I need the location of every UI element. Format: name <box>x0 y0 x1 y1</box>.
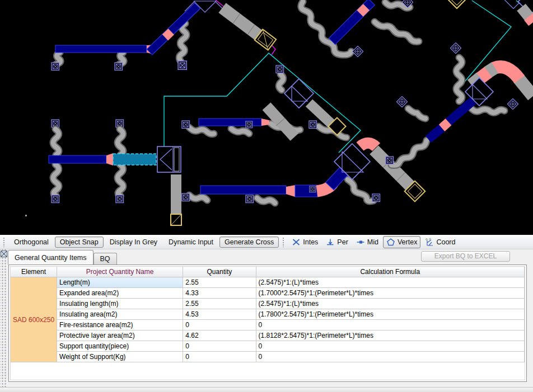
quantity-table-frame: Element Project Quantity Name Quantity C… <box>8 265 527 382</box>
object-snap-toggle[interactable]: Object Snap <box>55 237 104 248</box>
formula-cell[interactable]: 0 <box>256 341 524 352</box>
diffuser[interactable] <box>52 63 59 70</box>
orthogonal-toggle[interactable]: Orthogonal <box>9 237 54 248</box>
quantity-table: Element Project Quantity Name Quantity C… <box>10 266 525 362</box>
perpendicular-icon <box>326 238 335 247</box>
formula-cell[interactable]: (1.7800*2.5475)*1:(Perimeter*L)*times <box>256 309 524 320</box>
diffuser[interactable] <box>246 195 254 203</box>
diffuser[interactable] <box>372 194 380 202</box>
coordinate-icon <box>425 238 434 247</box>
tab-bq[interactable]: BQ <box>93 253 117 265</box>
formula-cell[interactable]: (1.7000*2.5475)*1:(Perimeter*L)*times <box>256 288 524 299</box>
dynamic-input-toggle[interactable]: Dynamic Input <box>163 237 218 248</box>
cad-canvas[interactable] <box>0 0 533 235</box>
qty-cell[interactable]: 4.62 <box>183 330 256 341</box>
snap-perpendicular-toggle[interactable]: Per <box>322 236 351 248</box>
midpoint-icon <box>356 238 365 247</box>
qty-cell[interactable]: 4.53 <box>183 309 256 320</box>
column-header-element[interactable]: Element <box>11 267 57 277</box>
diffuser[interactable] <box>115 63 123 70</box>
riser-duct[interactable] <box>171 174 181 214</box>
qty-cell[interactable]: 0 <box>183 341 256 352</box>
riser-end-cap[interactable] <box>171 214 181 225</box>
snap-coordinate-toggle[interactable]: Coord <box>422 236 459 248</box>
table-header-row: Element Project Quantity Name Quantity C… <box>11 267 525 277</box>
diffuser[interactable] <box>52 195 59 203</box>
vertex-icon <box>386 238 395 247</box>
column-header-calculation-formula[interactable]: Calculation Formula <box>256 267 524 277</box>
quantity-panel: General Quantity Items BQ Export BQ to E… <box>0 249 533 387</box>
name-cell[interactable]: Support quantity(piece) <box>57 341 183 352</box>
panel-resize-grip[interactable] <box>0 249 7 387</box>
name-cell[interactable]: Expanded area(m2) <box>57 288 183 299</box>
diffuser[interactable] <box>182 193 190 201</box>
snap-label: Intes <box>303 238 318 246</box>
name-cell[interactable]: Fire-resistance area(m2) <box>57 320 183 330</box>
snap-label: Vertex <box>398 238 417 246</box>
display-in-grey-toggle[interactable]: Display In Grey <box>105 237 162 248</box>
name-cell[interactable]: Length(m) <box>57 277 183 288</box>
formula-cell[interactable]: (1.8128*2.5475)*1:(Perimeter*L)*times <box>256 330 524 341</box>
toolbar-grip[interactable] <box>3 237 6 247</box>
diffuser[interactable] <box>182 121 190 129</box>
diffuser[interactable] <box>386 157 394 164</box>
table-row[interactable]: Insulating area(m2)4.53(1.7800*2.5475)*1… <box>11 309 525 320</box>
table-row[interactable]: Protective layer area(m2)4.62(1.8128*2.5… <box>11 330 525 341</box>
tab-general-quantity-items[interactable]: General Quantity Items <box>8 250 93 265</box>
tab-label: BQ <box>100 255 110 263</box>
table-row[interactable]: Expanded area(m2)4.33(1.7000*2.5475)*1:(… <box>11 288 525 299</box>
snap-toolbar: Orthogonal Object Snap Display In Grey D… <box>0 235 533 249</box>
panel-tabs: General Quantity Items BQ <box>8 249 117 265</box>
diffuser[interactable] <box>276 65 284 73</box>
intersection-icon <box>292 238 301 247</box>
toolbar-grip[interactable] <box>282 237 285 247</box>
cad-application-window: Orthogonal Object Snap Display In Grey D… <box>0 0 533 392</box>
snap-label: Per <box>337 238 348 246</box>
diffuser[interactable] <box>310 186 316 192</box>
qty-cell[interactable]: 0 <box>183 320 256 330</box>
export-bq-to-excel-button[interactable]: Export BQ to EXCEL <box>421 251 510 262</box>
qty-cell[interactable]: 2.55 <box>183 277 256 288</box>
generate-cross-button[interactable]: Generate Cross <box>219 237 279 248</box>
qty-cell[interactable]: 0 <box>183 352 256 362</box>
ductwork-drawing[interactable] <box>0 0 533 235</box>
qty-cell[interactable]: 2.55 <box>183 299 256 309</box>
table-row[interactable]: Support quantity(piece)00 <box>11 341 525 352</box>
name-cell[interactable]: Protective layer area(m2) <box>57 330 183 341</box>
ahu-unit[interactable] <box>157 147 181 172</box>
selected-duct-sad-600x250[interactable] <box>113 154 156 165</box>
formula-cell[interactable]: 0 <box>256 320 524 330</box>
column-header-quantity[interactable]: Quantity <box>183 267 256 277</box>
tab-label: General Quantity Items <box>15 254 87 262</box>
diffuser[interactable] <box>116 195 124 203</box>
name-cell[interactable]: Insulating area(m2) <box>57 309 183 320</box>
status-bar <box>0 387 533 392</box>
panel-dock-icon[interactable] <box>1 251 7 257</box>
snap-intersection-toggle[interactable]: Intes <box>288 236 321 248</box>
element-cell[interactable]: SAD 600x250 <box>11 277 57 362</box>
name-cell[interactable]: Insulating length(m) <box>57 299 183 309</box>
cursor-pixel <box>25 215 27 216</box>
snap-label: Coord <box>436 238 455 246</box>
diffuser[interactable] <box>309 121 317 129</box>
quantity-table-body: SAD 600x250Length(m)2.55(2.5475)*1:(L)*t… <box>11 277 525 362</box>
table-row[interactable]: Fire-resistance area(m2)00 <box>11 320 525 330</box>
formula-cell[interactable]: (2.5475)*1:(L)*times <box>256 277 524 288</box>
snap-label: Mid <box>367 238 378 246</box>
table-row[interactable]: Weight of Support(Kg)00 <box>11 352 525 362</box>
column-header-project-quantity-name[interactable]: Project Quantity Name <box>57 267 183 277</box>
formula-cell[interactable]: 0 <box>256 352 524 362</box>
name-cell[interactable]: Weight of Support(Kg) <box>57 352 183 362</box>
formula-cell[interactable]: (2.5475)*1:(L)*times <box>256 299 524 309</box>
snap-midpoint-toggle[interactable]: Mid <box>353 236 382 248</box>
diffuser[interactable] <box>246 121 253 128</box>
qty-cell[interactable]: 4.33 <box>183 288 256 299</box>
diffuser[interactable] <box>178 61 186 69</box>
snap-vertex-toggle[interactable]: Vertex <box>383 236 420 248</box>
table-row[interactable]: Insulating length(m)2.55(2.5475)*1:(L)*t… <box>11 299 525 309</box>
table-row[interactable]: SAD 600x250Length(m)2.55(2.5475)*1:(L)*t… <box>11 277 525 288</box>
